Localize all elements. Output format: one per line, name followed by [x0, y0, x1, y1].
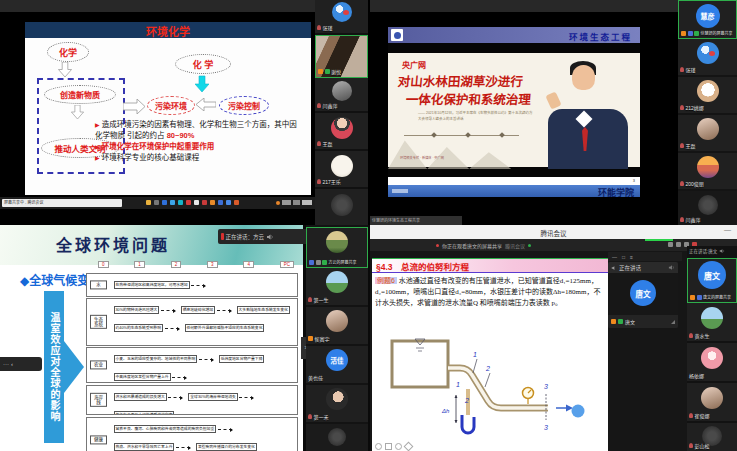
flow-row-label: 生态系统	[90, 315, 107, 329]
taskbar-icon[interactable]	[218, 200, 223, 205]
participant-tile[interactable]: 200俊朋	[678, 153, 737, 189]
flow-box: 全球30%的海岸带湿地消失	[188, 393, 238, 401]
mic-icon[interactable]	[676, 242, 681, 247]
share-banner-text: 你正在观看唐文的屏幕共享	[442, 242, 502, 249]
taskbar-icon[interactable]	[170, 200, 175, 205]
participant-icon	[680, 181, 684, 186]
dashed-arrow	[191, 285, 205, 286]
svg-text:2: 2	[485, 365, 490, 372]
participant-tile[interactable]: 212姚娜	[678, 77, 737, 113]
dashed-arrow	[168, 397, 182, 398]
eraser-tool-icon[interactable]	[385, 443, 392, 450]
flow-box: 小麦、玉米的适应受复杂的、地域性的不同影响	[114, 355, 198, 363]
speaking-panel[interactable]: 正在讲话 唐文 唐文	[608, 262, 678, 328]
participant-tile[interactable]: 217王乐	[315, 151, 368, 187]
flow-box: 低纬度地区谷物产量下降	[219, 355, 265, 363]
shape-tool-icon[interactable]	[404, 442, 414, 451]
participant-tile[interactable]: 侯赛宇	[306, 307, 368, 344]
participant-name: 212姚娜	[686, 104, 704, 111]
maximize-icon[interactable]: □	[622, 254, 625, 260]
participant-tile[interactable]: 闫鑫萍	[315, 78, 368, 111]
participant-tile[interactable]: 杨依娜	[687, 343, 737, 381]
footer-tools[interactable]	[392, 189, 408, 193]
headline-line2: 一体化保护和系统治理	[405, 89, 532, 108]
letterbox-top	[388, 43, 640, 53]
participant-tile[interactable]: 方云的屏幕共享	[306, 227, 368, 268]
mountains-graphic	[388, 125, 528, 169]
resize-handle[interactable]	[671, 320, 675, 324]
slide-eco-engineering: 环境生态工程 央广网 对山水林田湖草沙进行 一体化保护和系统治理 —— 2021…	[388, 27, 640, 197]
participant-tile[interactable]: 崔俊娜	[687, 383, 737, 421]
flow-box: 每年有几百万人可能遭受洪涝灾害	[114, 411, 175, 415]
taskbar-icon[interactable]	[210, 200, 215, 205]
window-chrome-strip	[370, 0, 678, 12]
participant-name: 闫鑫萍	[323, 102, 338, 109]
taskbar-icon[interactable]	[178, 200, 183, 205]
problem-text: 例题6 水池通过直径有改变的有压管道泄水，已知管道直径d₁=125mm，d₂=1…	[375, 276, 603, 309]
taskbar-icon[interactable]	[194, 200, 199, 205]
minimize-icon[interactable]: —	[724, 226, 731, 233]
participant-tile[interactable]: 张瑾	[315, 0, 368, 33]
participant-tile[interactable]: 活佳 黄也佳	[306, 346, 368, 383]
participant-tile[interactable]: 慧彦 徐慧妍的屏幕共享	[678, 0, 737, 39]
tray-item[interactable]	[282, 200, 291, 205]
minimize-icon[interactable]: —	[612, 254, 617, 260]
avatar	[326, 271, 348, 293]
taskbar-icon[interactable]	[186, 200, 191, 205]
taskbar-icon[interactable]	[146, 200, 151, 205]
participant-icon	[689, 333, 693, 338]
windows-taskbar[interactable]: 屏幕共享中 - 腾讯会议	[0, 197, 315, 209]
taskbar-icon[interactable]	[154, 200, 159, 205]
avatar	[331, 117, 353, 139]
participant-name: 唐文的屏幕共享	[703, 294, 731, 300]
bullet-marker-icon: ▶	[95, 155, 100, 161]
taskbar-icons[interactable]	[146, 200, 239, 205]
pen-tool-icon[interactable]	[375, 443, 382, 450]
participant-tile[interactable]: 张瑾	[678, 39, 737, 75]
participant-tile[interactable]: 第一生	[306, 268, 368, 305]
meeting-screenshot-2: 环境生态工程 央广网 对山水林田湖草沙进行 一体化保护和系统治理 —— 2021…	[370, 0, 737, 225]
oval-pollution-control: 污染控制	[219, 96, 269, 115]
avatar	[332, 81, 352, 101]
share-tooltip: 徐慧妍的环境生态工程共享	[370, 216, 462, 225]
participant-tile[interactable]: 第一禾	[306, 385, 368, 422]
laser-tool-icon[interactable]	[395, 443, 402, 450]
participant-tile[interactable]: 彭山松	[687, 423, 737, 451]
participant-tile[interactable]: 唐文 唐文的屏幕共享	[687, 258, 737, 303]
participant-tile[interactable]: 谢悦	[315, 35, 368, 78]
bullet-1-text: 造成环境污染的因素有物理、化学和生物三个方面，其中因化学物质 引起的约占	[95, 120, 297, 140]
taskbar-icon[interactable]	[226, 200, 231, 205]
settings-gear-icon[interactable]	[668, 242, 673, 247]
meeting-toolbar[interactable]: 你正在观看唐文的屏幕共享 腾讯会议	[370, 239, 737, 251]
raise-hand-icon	[611, 319, 616, 324]
participant-tile[interactable]	[306, 424, 368, 451]
collapse-left-icon[interactable]: ‹	[11, 361, 13, 367]
taskbar-icon[interactable]	[234, 200, 239, 205]
mic-icon	[325, 69, 330, 74]
flow-col: 2	[171, 261, 182, 268]
dashed-arrow	[161, 310, 175, 311]
speaking-banner-text: 正在讲话：方云	[226, 233, 265, 241]
annotation-tools[interactable]	[375, 443, 412, 450]
tray-clock[interactable]	[302, 200, 312, 205]
participant-tile[interactable]	[315, 189, 368, 225]
timeline-line	[404, 135, 519, 136]
oval-chemistry-left: 化学	[47, 42, 89, 62]
taskbar-icon[interactable]	[162, 200, 167, 205]
slide-bullets: ▶ 造成环境污染的因素有物理、化学和生物三个方面，其中因化学物质 引起的约占 8…	[95, 120, 301, 164]
participant-tile[interactable]: 黄水生	[687, 303, 737, 341]
taskbar-tray[interactable]	[276, 200, 312, 205]
participant-tile[interactable]: 王磊	[315, 113, 368, 149]
avatar	[328, 428, 346, 446]
avatar-detail	[343, 10, 349, 15]
participant-sidebar: 慧彦 徐慧妍的屏幕共享 张瑾 212姚娜 王磊 200俊朋 闫鑫萍	[678, 0, 737, 225]
panel-window-controls[interactable]: — □ ≡	[608, 252, 682, 261]
camera-icon	[316, 260, 321, 265]
layout-icon[interactable]: ≡	[630, 254, 633, 260]
participant-tile[interactable]: 闫鑫萍	[678, 191, 737, 225]
window-title-bar[interactable]: 腾讯会议 —	[370, 225, 737, 239]
taskbar-icon[interactable]	[202, 200, 207, 205]
tray-item[interactable]	[293, 200, 300, 205]
participant-tile[interactable]: 王磊	[678, 115, 737, 151]
overlay-tooltip[interactable]: ··· ‹	[0, 357, 42, 371]
